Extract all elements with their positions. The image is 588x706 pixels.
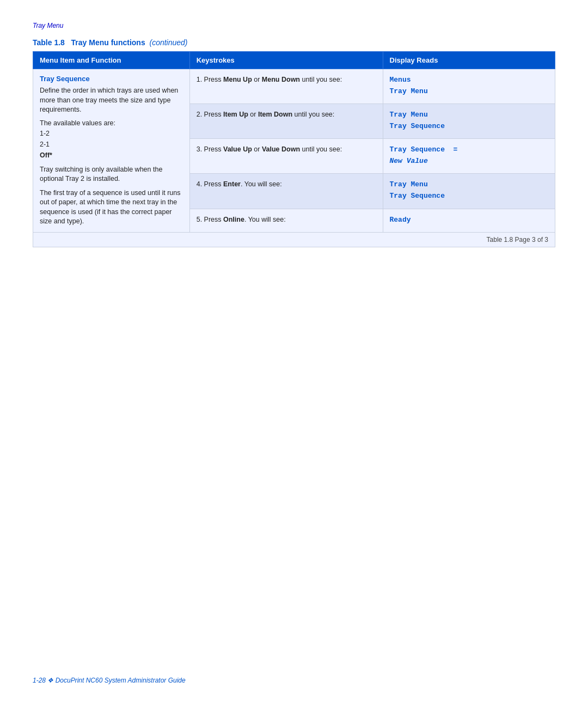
display-reads-3: Tray Sequence =New Value: [390, 144, 548, 167]
display-reads-2: Tray MenuTray Sequence: [390, 109, 548, 132]
keystroke-text-2: 2. Press Item Up or Item Down until you …: [197, 109, 376, 120]
display-cell-1: MenusTray Menu: [383, 69, 555, 104]
table-row-tray-sequence-1: Tray Sequence Define the order in which …: [33, 69, 555, 104]
table-footer-text: Table 1.8 Page 3 of 3: [33, 232, 555, 247]
keystroke-cell-4: 4. Press Enter. You will see:: [189, 174, 383, 209]
menu-item-title: Tray Sequence: [40, 75, 183, 83]
keystroke-text-3: 3. Press Value Up or Value Down until yo…: [197, 144, 376, 155]
values-list: 1-2 2-1 Off*: [40, 128, 183, 161]
display-cell-4: Tray MenuTray Sequence: [383, 174, 555, 209]
page-footer: 1-28 ❖ DocuPrint NC60 System Administrat…: [33, 677, 186, 684]
values-label: The available values are:: [40, 119, 183, 127]
keystroke-cell-1: 1. Press Menu Up or Menu Down until you …: [189, 69, 383, 104]
breadcrumb: Tray Menu: [33, 22, 555, 29]
col-header-display: Display Reads: [383, 52, 555, 69]
table-continued: (continued): [149, 38, 187, 47]
table-title: Table 1.8 Tray Menu functions (continued…: [33, 38, 555, 47]
keystroke-text-4: 4. Press Enter. You will see:: [197, 179, 376, 190]
display-cell-5: Ready: [383, 209, 555, 232]
keystroke-cell-5: 5. Press Online. You will see:: [189, 209, 383, 232]
keystroke-cell-2: 2. Press Item Up or Item Down until you …: [189, 104, 383, 139]
table-subtitle: Tray Menu functions: [71, 38, 145, 47]
display-reads-5: Ready: [390, 215, 548, 226]
display-cell-3: Tray Sequence =New Value: [383, 139, 555, 174]
keystroke-cell-3: 3. Press Value Up or Value Down until yo…: [189, 139, 383, 174]
col-header-menu: Menu Item and Function: [33, 52, 190, 69]
value-item: 2-1: [40, 139, 183, 150]
display-reads-1: MenusTray Menu: [390, 75, 548, 98]
value-item: Off*: [40, 150, 183, 161]
value-item: 1-2: [40, 128, 183, 139]
switch-note: Tray switching is only available when th…: [40, 165, 183, 184]
display-reads-4: Tray MenuTray Sequence: [390, 179, 548, 202]
seq-note: The first tray of a sequence is used unt…: [40, 188, 183, 227]
tray-menu-table: Menu Item and Function Keystrokes Displa…: [33, 51, 555, 247]
menu-item-desc: Define the order in which trays are used…: [40, 86, 183, 115]
menu-item-cell: Tray Sequence Define the order in which …: [33, 69, 190, 233]
keystroke-text-5: 5. Press Online. You will see:: [197, 215, 376, 225]
col-header-keystrokes: Keystrokes: [189, 52, 383, 69]
table-footer-row: Table 1.8 Page 3 of 3: [33, 232, 555, 247]
table-number: Table 1.8: [33, 38, 65, 47]
keystroke-text-1: 1. Press Menu Up or Menu Down until you …: [197, 75, 376, 85]
table-header-row: Menu Item and Function Keystrokes Displa…: [33, 52, 555, 69]
display-cell-2: Tray MenuTray Sequence: [383, 104, 555, 139]
